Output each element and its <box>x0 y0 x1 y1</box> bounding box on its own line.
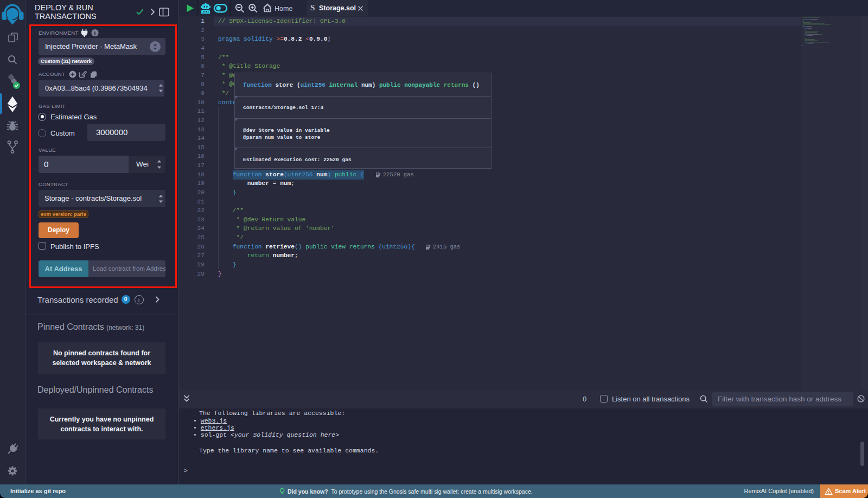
svg-text:i: i <box>94 30 96 36</box>
